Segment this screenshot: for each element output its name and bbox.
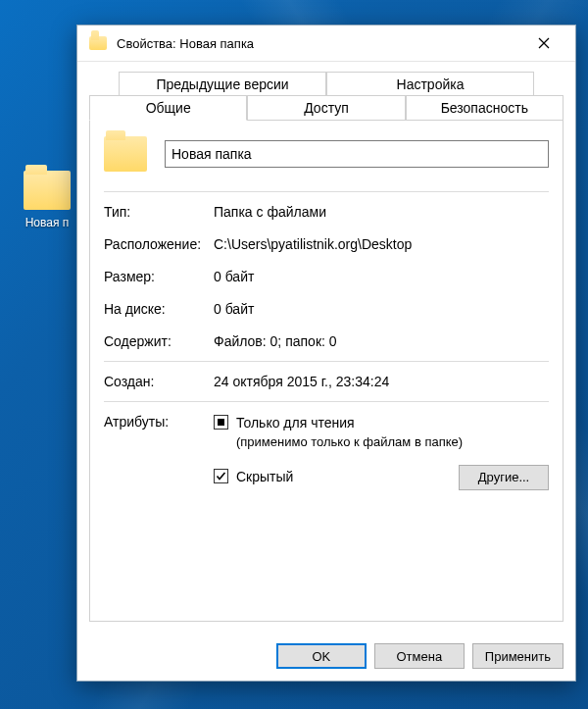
- location-label: Расположение:: [104, 236, 214, 252]
- advanced-button[interactable]: Другие...: [459, 465, 549, 490]
- divider: [104, 401, 549, 402]
- size-on-disk-value: 0 байт: [214, 301, 549, 317]
- tab-general[interactable]: Общие: [89, 95, 247, 121]
- dialog-footer: OK Отмена Применить: [77, 632, 575, 681]
- folder-name-input[interactable]: [165, 140, 549, 168]
- type-label: Тип:: [104, 204, 214, 220]
- attributes-label: Атрибуты:: [104, 414, 214, 490]
- contains-label: Содержит:: [104, 333, 214, 349]
- apply-button[interactable]: Применить: [472, 643, 564, 669]
- close-icon: [538, 37, 550, 49]
- folder-icon: [89, 36, 107, 51]
- tab-container: Предыдущие версии Настройка Общие Доступ…: [89, 72, 564, 120]
- folder-icon: [104, 136, 147, 172]
- ok-button[interactable]: OK: [276, 643, 367, 669]
- created-label: Создан:: [104, 374, 214, 389]
- folder-icon: [24, 171, 71, 210]
- checkbox-indeterminate-icon: [214, 415, 228, 430]
- checkbox-checked-icon: [214, 469, 228, 483]
- contains-value: Файлов: 0; папок: 0: [214, 333, 549, 349]
- desktop-folder-label: Новая п: [18, 216, 76, 229]
- hidden-checkbox-row[interactable]: Скрытый: [214, 468, 293, 486]
- size-value: 0 байт: [214, 269, 549, 284]
- location-value: C:\Users\pyatilistnik.org\Desktop: [214, 236, 549, 252]
- tab-previous-versions[interactable]: Предыдущие версии: [119, 72, 326, 96]
- readonly-label: Только для чтения: [236, 415, 355, 430]
- readonly-checkbox-row[interactable]: Только для чтения (применимо только к фа…: [214, 414, 549, 451]
- type-value: Папка с файлами: [214, 204, 549, 220]
- hidden-label: Скрытый: [236, 468, 293, 486]
- titlebar[interactable]: Свойства: Новая папка: [77, 25, 575, 62]
- size-label: Размер:: [104, 269, 214, 284]
- window-title: Свойства: Новая папка: [117, 36, 521, 51]
- desktop-folder-icon[interactable]: Новая п: [18, 171, 76, 229]
- close-button[interactable]: [521, 28, 565, 58]
- tab-customize[interactable]: Настройка: [326, 72, 534, 96]
- divider: [104, 361, 549, 362]
- divider: [104, 191, 549, 192]
- properties-dialog: Свойства: Новая папка Предыдущие версии …: [76, 25, 576, 682]
- created-value: 24 октября 2015 г., 23:34:24: [214, 374, 549, 389]
- tab-security[interactable]: Безопасность: [406, 95, 564, 120]
- cancel-button[interactable]: Отмена: [374, 643, 465, 669]
- tab-sharing[interactable]: Доступ: [247, 95, 405, 120]
- size-on-disk-label: На диске:: [104, 301, 214, 317]
- readonly-note: (применимо только к файлам в папке): [236, 434, 463, 449]
- tab-panel-general: Тип: Папка с файлами Расположение: C:\Us…: [89, 120, 564, 622]
